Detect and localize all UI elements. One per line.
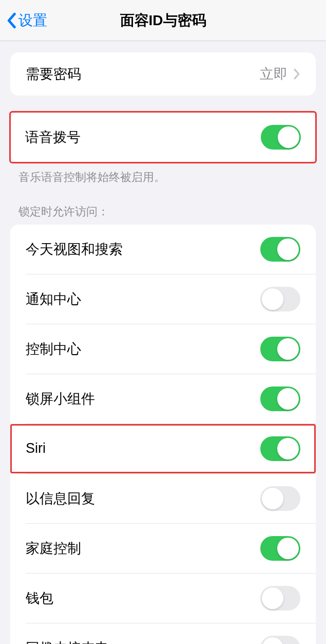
- chevron-right-icon: [294, 68, 300, 80]
- lock-access-row: 钱包: [10, 574, 316, 623]
- lock-access-header: 锁定时允许访问：: [0, 204, 326, 225]
- lock-access-row: Siri: [10, 424, 316, 473]
- lock-access-row: 锁屏小组件: [10, 374, 316, 424]
- back-button[interactable]: 设置: [0, 11, 47, 30]
- lock-access-label: 家庭控制: [26, 539, 81, 558]
- lock-access-row: 回拨未接来电: [10, 623, 316, 644]
- lock-access-toggle[interactable]: [260, 436, 300, 461]
- lock-access-label: Siri: [26, 440, 46, 456]
- lock-access-row: 今天视图和搜索: [10, 225, 316, 274]
- lock-access-row: 控制中心: [10, 324, 316, 374]
- lock-access-row: 家庭控制: [10, 524, 316, 573]
- voice-dial-toggle[interactable]: [261, 125, 301, 150]
- navigation-bar: 设置 面容ID与密码: [0, 0, 326, 41]
- passcode-required-group: 需要密码 立即: [10, 52, 316, 96]
- lock-access-label: 钱包: [26, 589, 53, 608]
- lock-access-row: 通知中心: [10, 274, 316, 324]
- lock-access-row: 以信息回复: [10, 474, 316, 523]
- lock-access-label: 回拨未接来电: [26, 639, 109, 644]
- lock-access-label: 控制中心: [26, 340, 81, 358]
- lock-access-toggle[interactable]: [260, 237, 300, 262]
- require-passcode-value: 立即: [260, 65, 287, 83]
- back-label: 设置: [18, 11, 47, 30]
- page-title: 面容ID与密码: [0, 11, 326, 30]
- require-passcode-label: 需要密码: [26, 65, 81, 83]
- voice-dial-label: 语音拨号: [25, 128, 81, 146]
- chevron-left-icon: [6, 12, 16, 29]
- lock-access-toggle[interactable]: [260, 536, 300, 561]
- lock-access-toggle[interactable]: [260, 636, 300, 644]
- lock-access-label: 今天视图和搜索: [26, 240, 123, 259]
- lock-access-toggle[interactable]: [260, 387, 300, 411]
- lock-access-toggle[interactable]: [260, 337, 300, 361]
- lock-access-toggle[interactable]: [260, 586, 300, 611]
- lock-access-label: 锁屏小组件: [26, 390, 95, 408]
- lock-access-label: 通知中心: [26, 290, 81, 308]
- voice-dial-row: 语音拨号: [11, 113, 315, 162]
- lock-access-label: 以信息回复: [26, 489, 95, 508]
- lock-access-toggle[interactable]: [260, 486, 300, 511]
- voice-dial-highlight: 语音拨号: [9, 111, 317, 163]
- lock-access-group: 今天视图和搜索通知中心控制中心锁屏小组件Siri以信息回复家庭控制钱包回拨未接来…: [10, 225, 316, 644]
- lock-access-toggle[interactable]: [260, 287, 300, 311]
- voice-dial-footer: 音乐语音控制将始终被启用。: [0, 163, 326, 186]
- require-passcode-row[interactable]: 需要密码 立即: [10, 52, 316, 96]
